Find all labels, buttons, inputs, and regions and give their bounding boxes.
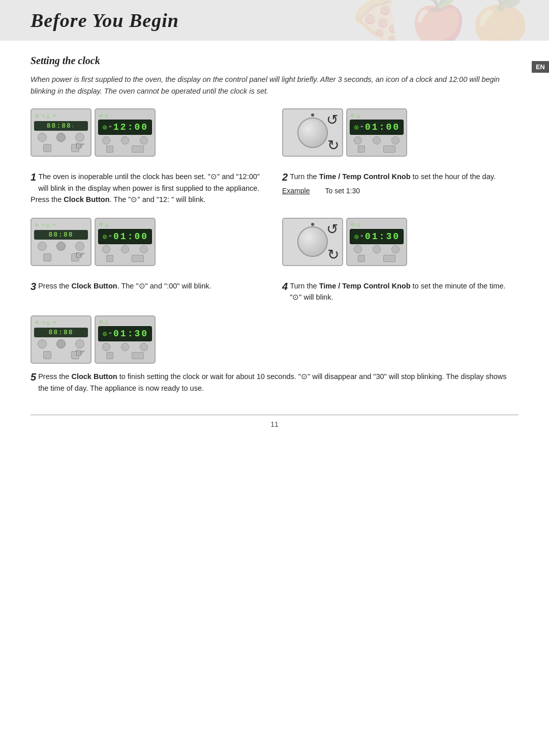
s3-d-btn1 bbox=[102, 245, 110, 253]
s5-d-wide-btn bbox=[132, 352, 144, 359]
step2-display-btns bbox=[350, 136, 404, 144]
step2-text-block: 2 Turn the Time / Temp Control Knob to s… bbox=[282, 171, 518, 196]
step3-text-block: 3 Press the Clock Button. The "⊙" and ":… bbox=[30, 280, 267, 293]
step4-display-lower bbox=[350, 255, 404, 262]
step2-example-label: Example bbox=[282, 186, 310, 197]
step1-display-btns bbox=[98, 136, 152, 144]
step1-btn1 bbox=[38, 133, 47, 142]
step4-display-icons: ⊙△ bbox=[350, 222, 404, 227]
step4-big-display: ⊙"01:30 bbox=[350, 229, 404, 244]
en-badge: EN bbox=[532, 61, 549, 73]
step1-number: 1 bbox=[30, 171, 36, 183]
step2-knob-dot bbox=[311, 113, 314, 117]
step4-knob-panel: ↺ ↻ bbox=[282, 218, 343, 266]
step1-big-display: ⊙"12:00 bbox=[98, 120, 152, 135]
step4-text-block: 4 Turn the Time / Temp Control Knob to s… bbox=[282, 280, 518, 303]
step3-display-panel: ⊙△ ⊙"01:00 bbox=[95, 218, 156, 266]
step5-text-block: 5 Press the Clock Button to finish setti… bbox=[30, 371, 518, 394]
step1-display-lower bbox=[98, 146, 152, 153]
step3-display-lower bbox=[98, 255, 152, 262]
s5-d-btn3 bbox=[140, 343, 148, 351]
step2-arrow-cw: ↻ bbox=[327, 137, 339, 154]
step2-display-lower bbox=[350, 146, 404, 153]
step1-display-panel: ⊙△ ⊙"12:00 bbox=[95, 108, 156, 157]
s5-d-lock bbox=[106, 352, 113, 359]
step2-display-panel: ⊙△ ⊙"01:00 bbox=[346, 108, 407, 157]
step2-diagrams: ↺ ↻ ⊙△ ⊙"01:00 bbox=[267, 108, 518, 162]
d-btn3 bbox=[140, 136, 148, 144]
step5-display-panel: ⊙△ ⊙"01:30 bbox=[95, 315, 156, 364]
step3-display-screen: 88:88 bbox=[34, 230, 88, 240]
step2-example-value: To set 1:30 bbox=[325, 186, 360, 197]
step1-text-block: 1 The oven is inoperable until the clock… bbox=[30, 171, 267, 205]
step1-diagram-row: ⊙⊣△⊣ 88:88: ☞ bbox=[30, 108, 267, 157]
intro-text: When power is first supplied to the oven… bbox=[30, 74, 518, 97]
step1-display-icons: ⊙⊣△⊣ bbox=[34, 113, 88, 119]
step4-display-btns bbox=[350, 245, 404, 253]
step2-arrow-ccw: ↺ bbox=[326, 111, 338, 128]
step2-big-display: ⊙"01:00 bbox=[350, 120, 404, 135]
s4-d-btn3 bbox=[391, 245, 400, 253]
step1-d-lock bbox=[106, 146, 113, 153]
step2-text: 2 Turn the Time / Temp Control Knob to s… bbox=[267, 171, 518, 196]
step3-display-icons: ⊙⊣△⊣ bbox=[34, 222, 88, 227]
step3-display-btns bbox=[98, 245, 152, 253]
s4-d-btn1 bbox=[354, 245, 362, 253]
step4-text: 4 Turn the Time / Temp Control Knob to s… bbox=[267, 280, 518, 303]
step5-display-screen: 88:88 bbox=[34, 328, 88, 337]
s2-d-btn1 bbox=[354, 136, 362, 144]
s2-d-wide-btn bbox=[383, 146, 395, 153]
s5-d-btn1 bbox=[102, 343, 110, 351]
step3-display-icons2: ⊙△ bbox=[98, 222, 152, 227]
step3-oven-panel: ⊙⊣△⊣ 88:88 ☞ bbox=[30, 218, 92, 266]
s2-d-btn2 bbox=[373, 136, 381, 144]
step5-display-icons: ⊙⊣△⊣ bbox=[34, 320, 88, 325]
step3-diagram-row: ⊙⊣△⊣ 88:88 ☞ bbox=[30, 218, 267, 266]
page-number: 11 bbox=[0, 420, 549, 439]
step5-finger-icon: ☞ bbox=[75, 346, 85, 360]
step4-diagram-row: ↺ ↻ ⊙△ ⊙"01:30 bbox=[282, 218, 518, 266]
s2-d-btn3 bbox=[391, 136, 400, 144]
steps-1-2-text-row: 1 The oven is inoperable until the clock… bbox=[30, 171, 518, 205]
step4-knob bbox=[297, 226, 328, 257]
s3-d-lock bbox=[106, 255, 113, 262]
d-btn2 bbox=[121, 136, 129, 144]
step1-diagrams: ⊙⊣△⊣ 88:88: ☞ bbox=[30, 108, 267, 162]
step1-finger-icon: ☞ bbox=[75, 139, 85, 153]
step4-number: 4 bbox=[282, 280, 288, 293]
step5-lock-btn bbox=[43, 351, 51, 359]
step5-display-btns bbox=[98, 343, 152, 351]
section-title: Setting the clock bbox=[30, 55, 518, 67]
steps-1-2-row: ⊙⊣△⊣ 88:88: ☞ bbox=[30, 108, 518, 162]
s4-d-wide-btn bbox=[383, 255, 395, 262]
step3-clock-btn bbox=[56, 242, 66, 251]
step2-knob bbox=[297, 118, 328, 148]
step3-btn1 bbox=[38, 242, 47, 251]
step3-big-display: ⊙"01:00 bbox=[98, 229, 152, 244]
s2-d-lock bbox=[358, 146, 365, 153]
step5-oven-panel: ⊙⊣△⊣ 88:88 ☞ bbox=[30, 315, 92, 364]
step2-knob-panel: ↺ ↻ bbox=[282, 108, 343, 157]
header-decorative-icons: 🍕 🍎 🍊 bbox=[348, 0, 529, 41]
bottom-divider bbox=[30, 415, 518, 415]
step2-diagram-row: ↺ ↻ ⊙△ ⊙"01:00 bbox=[282, 108, 518, 157]
step4-diagrams: ↺ ↻ ⊙△ ⊙"01:30 bbox=[267, 218, 518, 271]
step3-lock-btn bbox=[43, 253, 51, 261]
step3-finger-icon: ☞ bbox=[75, 249, 85, 262]
s3-d-btn2 bbox=[121, 245, 129, 253]
step2-number: 2 bbox=[282, 171, 288, 183]
step4-display-panel: ⊙△ ⊙"01:30 bbox=[346, 218, 407, 266]
step4-knob-dot bbox=[311, 223, 314, 226]
steps-3-4-text-row: 3 Press the Clock Button. The "⊙" and ":… bbox=[30, 280, 518, 303]
citrus-icon: 🍊 bbox=[472, 0, 529, 41]
step1-display-screen: 88:88: bbox=[34, 121, 88, 131]
step2-example-row: Example To set 1:30 bbox=[282, 186, 518, 197]
main-content: Setting the clock When power is first su… bbox=[0, 41, 549, 415]
apple-icon: 🍎 bbox=[410, 0, 467, 41]
step1-d-wide-btn bbox=[132, 146, 144, 153]
step5-number: 5 bbox=[30, 371, 36, 383]
s4-d-btn2 bbox=[373, 245, 381, 253]
page-header: Before You Begin 🍕 🍎 🍊 bbox=[0, 0, 549, 41]
step1-lock-btn bbox=[43, 144, 51, 152]
step3-diagrams: ⊙⊣△⊣ 88:88 ☞ bbox=[30, 218, 267, 271]
